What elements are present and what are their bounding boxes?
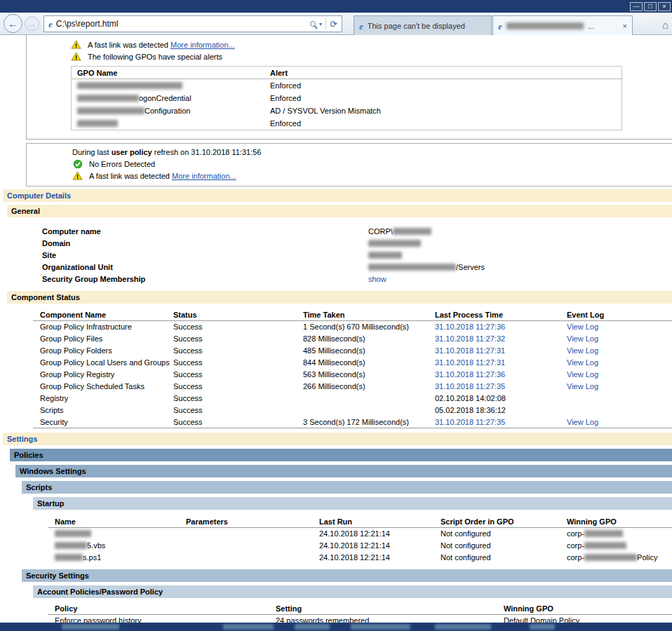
view-log-link[interactable]: View Log — [567, 323, 598, 331]
section-windows-settings[interactable]: Windows Settings — [15, 465, 672, 477]
table-row: Enforced — [72, 117, 621, 130]
general-row: Domain — [42, 238, 672, 250]
search-icon[interactable] — [310, 21, 316, 27]
more-information-link[interactable]: More information... — [170, 41, 235, 49]
table-header: Policy Setting Winning GPO — [48, 603, 672, 615]
gpo-alerts-box: ! A fast link was detected More informat… — [26, 35, 672, 140]
last-process-time-value: 02.10.2018 14:02:08 — [435, 393, 567, 405]
tab-close-icon[interactable]: × — [623, 22, 627, 30]
table-row: Group Policy Local Users and Groups Succ… — [33, 357, 672, 369]
refresh-time-row: During last user policy refresh on 31.10… — [72, 146, 672, 158]
gpo-alerts-table: GPO Name Alert Enforced ogonCredential E… — [71, 66, 622, 130]
last-process-time-link[interactable]: 31.10.2018 11:27:32 — [435, 334, 505, 343]
last-process-time-link[interactable]: 31.10.2018 11:27:31 — [435, 358, 505, 367]
last-process-time-link[interactable]: 31.10.2018 11:27:36 — [435, 370, 505, 379]
table-row: Registry Success 02.10.2018 14:02:08 — [33, 393, 672, 405]
redacted-text — [77, 82, 182, 89]
svg-text:!: ! — [75, 54, 77, 61]
taskbar-item[interactable] — [530, 624, 555, 630]
minimize-button[interactable]: — — [630, 2, 643, 11]
section-computer-details[interactable]: Computer Details — [3, 189, 672, 202]
restore-button[interactable]: □ — [644, 2, 657, 11]
general-row: Computer name CORP\ — [42, 226, 672, 238]
address-input[interactable]: C:\ps\report.html — [56, 19, 307, 29]
view-log-link[interactable]: View Log — [567, 334, 598, 343]
special-alerts-text: The following GPOs have special alerts — [88, 53, 222, 61]
alert-value: Enforced — [270, 92, 301, 104]
search-dropdown-caret-icon[interactable]: ▾ — [319, 21, 322, 27]
section-general[interactable]: General — [7, 205, 672, 217]
last-process-time-value: 05.02.2018 18:36:12 — [435, 405, 567, 416]
show-link[interactable]: show — [368, 275, 387, 283]
taskbar-item[interactable] — [223, 624, 274, 630]
page-favicon-icon: e — [48, 20, 53, 29]
table-header: GPO Name Alert — [72, 67, 621, 79]
redacted-text — [393, 228, 431, 235]
svg-text:!: ! — [76, 173, 79, 180]
domain-value — [368, 238, 421, 250]
tab-error-page[interactable]: e This page can't be displayed — [354, 15, 492, 36]
section-scripts[interactable]: Scripts — [22, 481, 672, 494]
startup-scripts-table: Name Parameters Last Run Script Order in… — [48, 515, 672, 564]
redacted-text — [55, 542, 87, 549]
last-process-time-link[interactable]: 31.10.2018 11:27:31 — [435, 346, 505, 355]
view-log-link[interactable]: View Log — [567, 346, 598, 355]
table-row: ogonCredential Enforced — [72, 92, 621, 104]
table-header: Name Parameters Last Run Script Order in… — [48, 515, 672, 528]
last-process-time-link[interactable]: 31.10.2018 11:27:35 — [435, 418, 505, 426]
redacted-text — [368, 252, 402, 259]
tab-label: ... — [588, 22, 594, 30]
tab-report-active[interactable]: e ... × — [492, 15, 633, 36]
section-account-policies[interactable]: Account Policies/Password Policy — [33, 585, 672, 598]
redacted-text — [506, 22, 584, 29]
no-errors-row: No Errors Detected — [72, 158, 672, 170]
section-settings[interactable]: Settings — [3, 433, 672, 445]
view-log-link[interactable]: View Log — [567, 382, 598, 391]
refresh-icon[interactable]: ⟳ — [330, 19, 337, 29]
table-row: Security Success 3 Second(s) 172 Millise… — [33, 416, 672, 428]
taskbar-item[interactable] — [435, 624, 491, 630]
site-value — [368, 250, 402, 262]
fast-link-text: A fast link was detected More informatio… — [88, 41, 235, 49]
home-icon[interactable]: ⌂ — [662, 19, 668, 31]
view-log-link[interactable]: View Log — [567, 358, 598, 367]
redacted-text — [55, 554, 83, 561]
last-process-time-link[interactable]: 31.10.2018 11:27:36 — [435, 323, 505, 331]
general-row: Security Group Membership show — [42, 273, 672, 285]
address-bar[interactable]: e C:\ps\report.html ▾ ⟳ — [43, 15, 342, 32]
section-policies[interactable]: Policies — [10, 449, 672, 461]
view-log-link[interactable]: View Log — [567, 418, 598, 426]
windows-taskbar — [0, 623, 672, 631]
taskbar-item[interactable] — [62, 624, 119, 630]
redacted-text — [584, 554, 637, 561]
refresh-time-text: During last user policy refresh on 31.10… — [72, 148, 261, 156]
fast-link-row: ! A fast link was detected More informat… — [71, 39, 672, 50]
special-alerts-row: ! The following GPOs have special alerts — [71, 50, 672, 62]
more-information-link[interactable]: More information... — [172, 172, 236, 180]
table-row: Group Policy Folders Success 485 Millise… — [33, 345, 672, 357]
column-header-gpo-name: GPO Name — [77, 67, 270, 79]
general-row: Site — [42, 250, 672, 262]
table-row: Group Policy Scheduled Tasks Success 266… — [33, 381, 672, 393]
table-row: 24.10.2018 12:21:14 Not configured corp- — [48, 528, 672, 540]
redacted-text — [584, 530, 623, 537]
last-process-time-link[interactable]: 31.10.2018 11:27:35 — [435, 382, 505, 391]
taskbar-item[interactable] — [295, 624, 330, 630]
section-security-settings[interactable]: Security Settings — [22, 569, 672, 582]
taskbar-item[interactable] — [351, 624, 410, 630]
table-row: Group Policy Registry Success 563 Millis… — [33, 369, 672, 381]
redacted-text — [77, 107, 145, 114]
back-button[interactable]: ← — [4, 14, 22, 33]
success-check-icon — [72, 159, 83, 169]
table-row: Group Policy Files Success 828 Milliseco… — [33, 333, 672, 345]
section-startup[interactable]: Startup — [33, 497, 672, 510]
section-component-status[interactable]: Component Status — [7, 291, 672, 304]
fast-link-row: ! A fast link was detected More informat… — [72, 170, 672, 182]
close-button[interactable]: × — [658, 2, 671, 11]
alert-value: Enforced — [270, 79, 301, 92]
table-header: Component Name Status Time Taken Last Pr… — [33, 308, 672, 321]
svg-text:!: ! — [75, 42, 77, 49]
view-log-link[interactable]: View Log — [567, 370, 598, 379]
forward-button[interactable]: → — [25, 16, 39, 31]
user-policy-box: During last user policy refresh on 31.10… — [26, 143, 672, 186]
